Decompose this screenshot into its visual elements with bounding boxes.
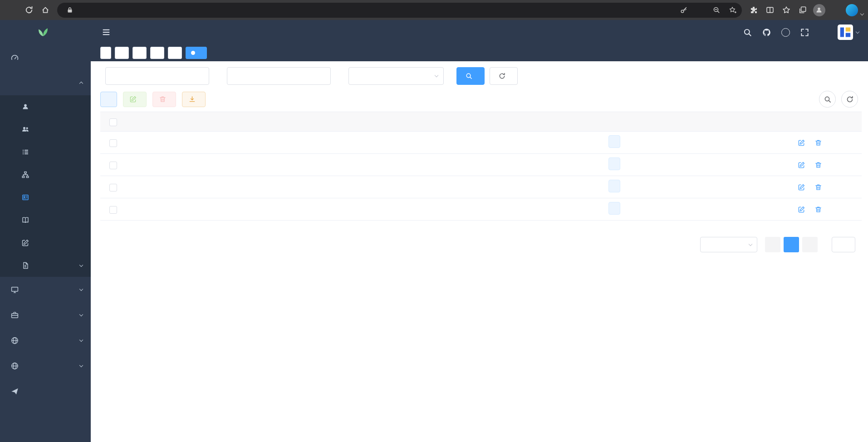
hide-sidebar-caret-icon[interactable] xyxy=(861,3,863,17)
row-checkbox[interactable] xyxy=(109,206,117,214)
delete-row-link[interactable] xyxy=(815,206,824,213)
add-button[interactable] xyxy=(100,92,117,107)
table-row[interactable] xyxy=(100,198,862,221)
add-favorite-icon[interactable] xyxy=(726,4,739,16)
tab-roles[interactable] xyxy=(132,47,147,59)
filter-form xyxy=(100,67,862,85)
search-icon xyxy=(824,96,831,103)
table-row[interactable] xyxy=(100,176,862,198)
goto-page-input[interactable] xyxy=(832,237,855,252)
chevron-down-icon xyxy=(79,363,83,367)
sidebar-item-tools[interactable] xyxy=(0,302,91,328)
user-avatar[interactable] xyxy=(838,25,859,40)
column-header xyxy=(760,112,862,132)
browser-home-button[interactable] xyxy=(37,2,54,18)
sidebar-item-logs[interactable] xyxy=(0,254,91,277)
browser-refresh-button[interactable] xyxy=(21,2,37,18)
extensions-icon[interactable] xyxy=(745,2,762,18)
post-code-input[interactable] xyxy=(105,67,209,85)
tab-departments[interactable] xyxy=(168,47,182,59)
refresh-icon xyxy=(25,6,33,14)
site-info-icon[interactable] xyxy=(64,4,76,16)
edit-icon xyxy=(130,96,137,103)
favorites-icon[interactable] xyxy=(778,2,794,18)
zoom-icon[interactable] xyxy=(710,4,723,16)
toggle-search-button[interactable] xyxy=(819,91,836,108)
font-size-icon[interactable] xyxy=(819,27,829,38)
refresh-table-button[interactable] xyxy=(841,91,858,108)
sidebar-item-erp[interactable] xyxy=(0,353,91,378)
edit-row-link[interactable] xyxy=(798,206,807,213)
edit-icon xyxy=(798,139,805,146)
delete-button[interactable] xyxy=(152,92,176,107)
monitor-icon xyxy=(10,286,19,294)
edit-row-link[interactable] xyxy=(798,162,807,168)
filter-group-status xyxy=(343,67,444,85)
sidebar-item-menus[interactable] xyxy=(0,141,91,163)
prev-page-button[interactable] xyxy=(765,237,780,252)
sidebar-item-users[interactable] xyxy=(0,95,91,118)
edit-button[interactable] xyxy=(123,92,147,107)
edit-row-link[interactable] xyxy=(798,139,807,146)
github-icon[interactable] xyxy=(761,27,772,38)
table-row[interactable] xyxy=(100,154,862,176)
bing-copilot-icon[interactable] xyxy=(843,2,860,18)
delete-row-link[interactable] xyxy=(815,162,824,168)
globe-icon xyxy=(10,337,19,344)
tab-users[interactable] xyxy=(115,47,129,59)
table-row[interactable] xyxy=(100,132,862,154)
post-sort-cell xyxy=(454,132,563,154)
post-name-input[interactable] xyxy=(227,67,331,85)
reset-button[interactable] xyxy=(490,67,518,85)
sidebar-item-system[interactable] xyxy=(0,70,91,95)
select-all-checkbox[interactable] xyxy=(109,118,117,126)
edit-row-link[interactable] xyxy=(798,184,807,191)
sidebar-item-home[interactable] xyxy=(0,44,91,70)
browser-more-icon[interactable] xyxy=(827,2,843,18)
tags-view xyxy=(91,44,868,61)
row-checkbox[interactable] xyxy=(109,184,117,192)
delete-row-link[interactable] xyxy=(815,184,824,191)
header-search-icon[interactable] xyxy=(742,27,753,38)
column-header xyxy=(345,112,454,132)
hamburger-icon xyxy=(102,28,111,37)
key-icon[interactable] xyxy=(677,4,690,16)
search-button[interactable] xyxy=(456,67,485,85)
sidebar-item-bbs[interactable] xyxy=(0,328,91,353)
split-screen-icon[interactable] xyxy=(762,2,778,18)
sidebar-item-departments[interactable] xyxy=(0,163,91,186)
sidebar-item-monitor[interactable] xyxy=(0,277,91,302)
sidebar-item-yi-framework[interactable] xyxy=(0,378,91,404)
globe-icon xyxy=(10,362,19,370)
tab-menus[interactable] xyxy=(150,47,164,59)
tab-home[interactable] xyxy=(100,47,111,59)
address-bar[interactable] xyxy=(57,3,742,18)
fullscreen-icon[interactable] xyxy=(799,27,810,38)
created-time-cell xyxy=(665,132,760,154)
page-number-button[interactable] xyxy=(784,237,799,252)
next-page-button[interactable] xyxy=(802,237,818,252)
row-checkbox[interactable] xyxy=(109,139,117,147)
post-name-cell xyxy=(345,176,454,198)
read-aloud-icon[interactable] xyxy=(694,4,706,16)
tab-posts[interactable] xyxy=(186,47,207,59)
browser-profile-avatar[interactable] xyxy=(811,2,827,18)
browser-back-button[interactable] xyxy=(5,2,21,18)
page-size-select[interactable] xyxy=(700,237,757,252)
help-icon[interactable] xyxy=(780,27,791,38)
sidebar-item-posts[interactable] xyxy=(0,186,91,209)
post-id-cell xyxy=(126,132,235,154)
export-button[interactable] xyxy=(182,92,206,107)
sidebar-item-dictionary[interactable] xyxy=(0,209,91,231)
trash-icon xyxy=(815,162,822,168)
status-select[interactable] xyxy=(348,67,444,85)
sidebar-collapse-button[interactable] xyxy=(100,26,112,38)
delete-row-link[interactable] xyxy=(815,139,824,146)
sidebar-item-parameters[interactable] xyxy=(0,231,91,254)
list-icon xyxy=(21,148,30,156)
badge-icon xyxy=(21,194,30,201)
trash-icon xyxy=(815,206,822,213)
row-checkbox[interactable] xyxy=(109,162,117,169)
collections-icon[interactable] xyxy=(794,2,811,18)
sidebar-item-roles[interactable] xyxy=(0,118,91,141)
